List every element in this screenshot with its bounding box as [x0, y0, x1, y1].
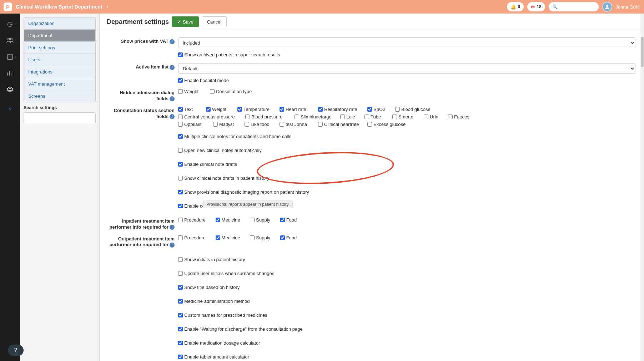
envelope-icon: ✉ — [531, 4, 535, 10]
rail-patients[interactable]: › — [2, 33, 18, 48]
avatar[interactable] — [602, 2, 612, 12]
notifications-pill[interactable]: 🔔 0 — [507, 2, 524, 11]
global-search[interactable]: 🔍 — [549, 2, 599, 11]
vat-label: Show prices with VAT — [121, 39, 168, 44]
chk-status-text[interactable]: Text — [178, 107, 200, 112]
side-organization[interactable]: Organization — [24, 17, 95, 30]
settings-sidebar: Organization Department Print settings U… — [20, 14, 99, 361]
chk-status-smerte[interactable]: Smerte — [392, 114, 417, 120]
chk-status-clinical-heartrate[interactable]: Clinical heartrate — [318, 122, 361, 127]
chk-out-procedure[interactable]: Procedure — [178, 235, 206, 240]
search-settings-input[interactable] — [24, 112, 96, 123]
chk-in-medicine[interactable]: Medicine — [216, 217, 240, 223]
chk-archived-patients[interactable]: Show archived patients in super search r… — [178, 52, 280, 57]
active-list-select[interactable]: Default — [178, 63, 635, 74]
chk-med-admin[interactable]: Medicine administration method — [178, 299, 250, 304]
side-users[interactable]: Users — [24, 54, 95, 66]
search-settings-label: Search settings — [24, 105, 96, 110]
side-vat[interactable]: VAT management — [24, 78, 95, 90]
search-icon: 🔍 — [552, 4, 558, 9]
vat-select[interactable]: included — [178, 37, 635, 48]
chk-out-medicine[interactable]: Medicine — [216, 235, 240, 240]
info-icon[interactable]: i — [170, 225, 175, 230]
chk-status-heart-rate[interactable]: Heart rate — [280, 107, 312, 112]
chk-open-auto[interactable]: Open new clinical notes automatically — [178, 148, 262, 153]
consult-status-label: Consultation status section fields — [114, 108, 175, 119]
nav-rail: ◷› › › ›› — [0, 14, 20, 361]
chk-status-like-food[interactable]: Like food — [245, 122, 273, 127]
chk-multi-clinical[interactable]: Multiple clinical notes for outpatients … — [178, 134, 291, 139]
chk-drafts-history[interactable]: Show clinical note drafts in patient his… — [178, 176, 269, 181]
rail-expand[interactable]: ›› — [2, 101, 18, 116]
topbar: P Clinical Workflow Sprint Department ▾ … — [0, 0, 644, 14]
chk-status-slimhinnefarge[interactable]: Slimhinnefarge — [295, 114, 334, 120]
page-title: Department settings — [107, 18, 169, 26]
info-icon[interactable]: i — [170, 243, 175, 248]
side-screens[interactable]: Screens — [24, 90, 95, 102]
chk-waiting-discharge[interactable]: Enable "Waiting for discharge" from the … — [178, 326, 303, 332]
side-integrations[interactable]: Integrations — [24, 66, 95, 78]
side-print-settings[interactable]: Print settings — [24, 42, 95, 54]
svg-point-1 — [8, 38, 10, 40]
chk-status-test-jonna[interactable]: test Jonna — [280, 122, 312, 127]
info-icon[interactable]: i — [170, 96, 175, 101]
chk-consult-type-hidden[interactable]: Consultation type — [210, 89, 252, 94]
chk-status-blood-glucose[interactable]: Blood glucose — [395, 107, 434, 112]
chk-tablet-calc[interactable]: Enable tablet amount calculator — [178, 354, 249, 360]
chk-status-central-venous-pressure[interactable]: Central venous pressure — [178, 114, 239, 120]
chk-hospital-mode[interactable]: Enable hospital mode — [178, 78, 229, 83]
inpatient-label: Inpatient treatment item performer info … — [110, 218, 175, 230]
info-icon[interactable]: i — [170, 65, 175, 70]
side-department[interactable]: Department — [24, 30, 95, 42]
chk-status-weight[interactable]: Weight — [206, 107, 231, 112]
notifications-count: 0 — [518, 4, 520, 9]
chk-in-procedure[interactable]: Procedure — [178, 217, 206, 223]
chk-out-supply[interactable]: Supply — [250, 235, 270, 240]
chk-weight-hidden[interactable]: Weight — [178, 89, 198, 94]
chk-dosage-calc[interactable]: Enable medication dosage calculator — [178, 340, 260, 346]
outpatient-label: Outpatient treatment item performer info… — [110, 236, 175, 248]
chk-in-food[interactable]: Food — [280, 217, 297, 223]
chk-status-oppkast[interactable]: Oppkast — [178, 122, 207, 127]
department-dropdown-icon[interactable]: ▾ — [106, 5, 108, 9]
chk-status-tube[interactable]: Tube — [364, 114, 386, 120]
tooltip-provisional: Provisional reports appear in patient hi… — [203, 200, 293, 208]
chk-status-matlyst[interactable]: Matlyst — [213, 122, 238, 127]
chk-status-excess-glucose[interactable]: Excess glucose — [367, 122, 410, 127]
cancel-button[interactable]: Cancel — [202, 16, 227, 27]
chk-provisional[interactable]: Show provisional diagnostic imaging repo… — [178, 189, 309, 195]
info-icon[interactable]: i — [170, 39, 175, 44]
hidden-admission-label: Hidden admission dialog fields — [120, 90, 175, 101]
chk-custom-names[interactable]: Custom names for prescribed medicines — [178, 312, 267, 318]
bell-icon: 🔔 — [510, 4, 516, 10]
messages-pill[interactable]: ✉ 18 — [527, 2, 545, 11]
chk-update-initials[interactable]: Update user initials when surname change… — [178, 271, 275, 276]
rail-calendar[interactable]: › — [2, 49, 18, 64]
svg-rect-3 — [7, 55, 13, 59]
user-name[interactable]: Jonna Gohil — [616, 4, 640, 10]
rail-settings[interactable] — [2, 82, 18, 97]
help-button[interactable]: ? — [8, 345, 24, 356]
department-name[interactable]: Clinical Workflow Sprint Department — [16, 4, 102, 10]
chk-status-faeces[interactable]: Faeces — [448, 114, 473, 120]
chk-status-leie[interactable]: Leie — [340, 114, 358, 120]
rail-dashboard[interactable]: ◷› — [2, 16, 18, 31]
main-content: Department settings Save Cancel Show pri… — [99, 14, 644, 361]
rail-reports[interactable] — [2, 66, 18, 81]
chk-status-blood-pressure[interactable]: Blood pressure — [245, 114, 288, 120]
save-button[interactable]: Save — [172, 16, 199, 27]
logo[interactable]: P — [4, 2, 12, 11]
chk-status-respiratory-rate[interactable]: Respiratory rate — [318, 107, 361, 112]
chk-out-food[interactable]: Food — [280, 235, 297, 240]
chk-status-temperature[interactable]: Temperature — [237, 107, 273, 112]
question-icon: ? — [14, 347, 17, 354]
chk-initials[interactable]: Show initials in patient history — [178, 257, 245, 262]
chk-in-supply[interactable]: Supply — [250, 217, 270, 223]
svg-point-4 — [9, 88, 11, 91]
chk-drafts[interactable]: Enable clinical note drafts — [178, 162, 237, 167]
chk-status-urin[interactable]: Urin — [424, 114, 442, 120]
chk-status-spo2[interactable]: SpO2 — [367, 107, 389, 112]
info-icon[interactable]: i — [170, 114, 175, 119]
messages-count: 18 — [537, 4, 541, 9]
chk-title-history[interactable]: Show title based on history — [178, 285, 240, 290]
